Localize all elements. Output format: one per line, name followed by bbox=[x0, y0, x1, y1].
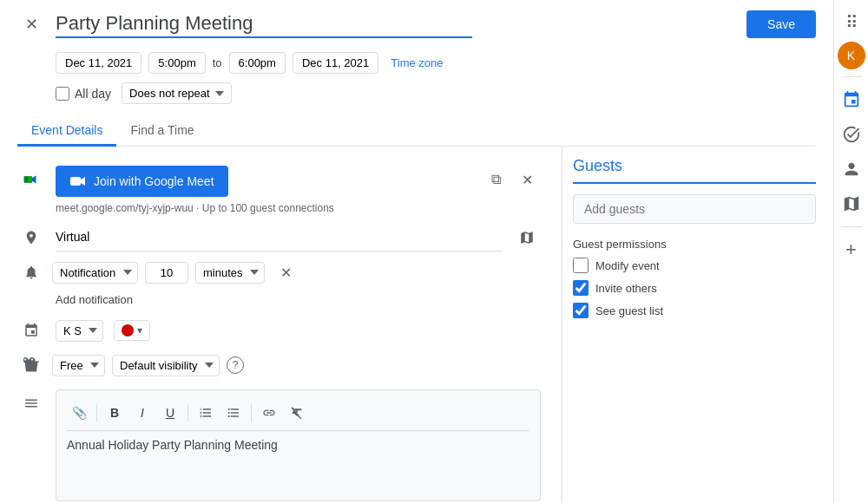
start-date-button[interactable]: Dec 11, 2021 bbox=[56, 52, 141, 74]
notification-unit-select[interactable]: minutes bbox=[195, 262, 265, 284]
bold-button[interactable]: B bbox=[102, 401, 127, 425]
allday-label: All day bbox=[75, 87, 111, 101]
add-notification-link[interactable]: Add notification bbox=[17, 293, 541, 306]
guests-header: Guests bbox=[573, 157, 816, 184]
avatar[interactable]: K bbox=[838, 42, 865, 69]
location-input[interactable] bbox=[56, 223, 503, 252]
repeat-select[interactable]: Does not repeat bbox=[122, 82, 232, 104]
meet-button-icon bbox=[69, 173, 87, 190]
link-button[interactable] bbox=[257, 401, 281, 425]
close-button[interactable]: ✕ bbox=[17, 10, 45, 38]
invite-others-checkbox[interactable] bbox=[573, 280, 589, 296]
end-time-button[interactable]: 6:00pm bbox=[229, 52, 286, 74]
add-sidebar-button[interactable]: + bbox=[836, 234, 867, 265]
modify-event-label: Modify event bbox=[595, 259, 660, 272]
sidebar-divider-1 bbox=[841, 76, 862, 77]
calendar-sidebar-icon[interactable] bbox=[836, 84, 867, 115]
meet-logo-icon bbox=[22, 170, 41, 189]
help-icon[interactable]: ? bbox=[227, 356, 244, 374]
unordered-list-button[interactable] bbox=[221, 401, 246, 425]
join-meet-button[interactable]: Join with Google Meet bbox=[56, 166, 228, 197]
color-picker-button[interactable]: ▾ bbox=[114, 320, 150, 341]
status-icon bbox=[17, 351, 45, 379]
meet-button-label: Join with Google Meet bbox=[94, 174, 214, 188]
notification-minutes-input[interactable] bbox=[145, 262, 188, 284]
underline-button[interactable]: U bbox=[158, 401, 182, 425]
calendar-icon bbox=[17, 317, 45, 344]
notification-type-select[interactable]: Notification bbox=[52, 262, 138, 284]
remove-meet-button[interactable]: ✕ bbox=[513, 166, 541, 193]
end-date-button[interactable]: Dec 11, 2021 bbox=[293, 52, 378, 74]
permission-modify-event[interactable]: Modify event bbox=[573, 258, 816, 273]
status-select[interactable]: Free bbox=[52, 355, 105, 376]
tab-event-details[interactable]: Event Details bbox=[17, 116, 116, 147]
to-label: to bbox=[213, 56, 222, 69]
apps-button[interactable]: ⠿ bbox=[836, 7, 867, 38]
maps-sidebar-icon[interactable] bbox=[836, 188, 867, 219]
tab-find-time[interactable]: Find a Time bbox=[116, 116, 207, 147]
color-dot bbox=[122, 324, 134, 336]
column-divider bbox=[562, 147, 562, 503]
invite-others-label: Invite others bbox=[595, 282, 657, 295]
allday-checkbox-container[interactable]: All day bbox=[56, 87, 111, 101]
visibility-select[interactable]: Default visibility bbox=[112, 355, 220, 376]
italic-button[interactable]: I bbox=[130, 401, 155, 425]
location-icon bbox=[17, 224, 45, 252]
remove-format-button[interactable] bbox=[285, 401, 309, 425]
toolbar-divider-2 bbox=[187, 404, 188, 421]
toolbar-divider-1 bbox=[96, 404, 97, 421]
notification-icon bbox=[17, 258, 45, 286]
save-button[interactable]: Save bbox=[746, 10, 816, 38]
allday-checkbox[interactable] bbox=[56, 87, 69, 101]
tasks-sidebar-icon[interactable] bbox=[836, 119, 867, 150]
permission-invite-others[interactable]: Invite others bbox=[573, 280, 816, 296]
svg-rect-1 bbox=[24, 176, 29, 182]
map-button[interactable] bbox=[513, 224, 541, 252]
svg-rect-3 bbox=[70, 177, 81, 186]
attach-button[interactable]: 📎 bbox=[67, 401, 91, 425]
add-guests-input[interactable] bbox=[573, 194, 816, 224]
event-title-input[interactable] bbox=[56, 10, 472, 38]
start-time-button[interactable]: 5:00pm bbox=[148, 52, 205, 74]
calendar-select[interactable]: K S bbox=[56, 320, 103, 342]
remove-notification-button[interactable]: ✕ bbox=[272, 258, 299, 286]
ordered-list-button[interactable] bbox=[194, 401, 218, 425]
see-guest-list-checkbox[interactable] bbox=[573, 303, 589, 318]
contacts-sidebar-icon[interactable] bbox=[836, 154, 867, 185]
modify-event-checkbox[interactable] bbox=[573, 258, 589, 273]
toolbar-divider-3 bbox=[251, 404, 252, 421]
sidebar-divider-2 bbox=[841, 226, 862, 227]
copy-meet-link-button[interactable]: ⧉ bbox=[482, 166, 510, 193]
timezone-button[interactable]: Time zone bbox=[385, 53, 448, 73]
permissions-header: Guest permissions bbox=[573, 238, 816, 251]
description-icon bbox=[17, 389, 45, 417]
description-text[interactable]: Annual Holiday Party Planning Meeting bbox=[67, 438, 529, 490]
permission-see-guest-list[interactable]: See guest list bbox=[573, 303, 816, 318]
svg-rect-2 bbox=[28, 176, 32, 182]
see-guest-list-label: See guest list bbox=[595, 304, 663, 317]
meet-link: meet.google.com/tyj-xyjp-wuu · Up to 100… bbox=[56, 202, 471, 214]
